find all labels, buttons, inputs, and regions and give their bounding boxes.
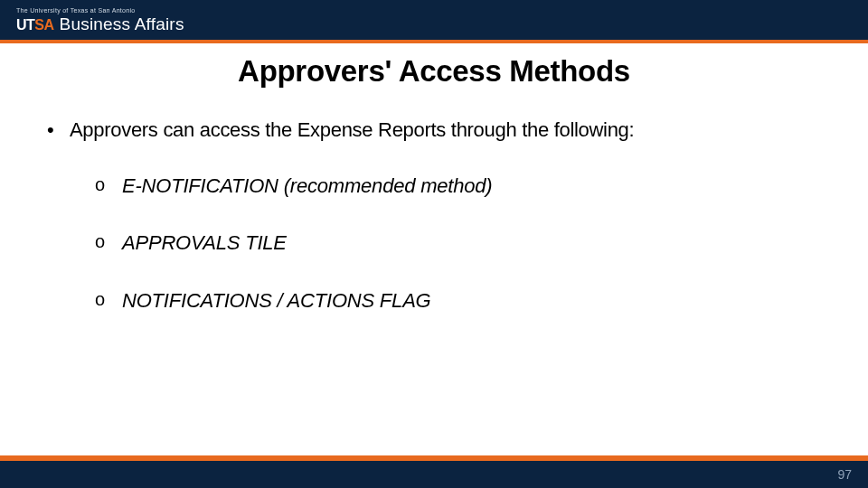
method-item: E-NOTIFICATION (recommended method) (95, 174, 830, 199)
intro-bullet: Approvers can access the Expense Reports… (38, 117, 830, 313)
bullet-list-level1: Approvers can access the Expense Reports… (38, 117, 830, 313)
method-text: NOTIFICATIONS / ACTIONS FLAG (122, 289, 431, 312)
utsa-mark-white: UT (16, 17, 34, 33)
page-number: 97 (837, 467, 852, 482)
method-text: E-NOTIFICATION (recommended method) (122, 174, 492, 197)
bullet-list-level2: E-NOTIFICATION (recommended method) APPR… (70, 174, 830, 314)
utsa-mark-orange: SA (34, 17, 53, 33)
content-area: Approvers can access the Expense Reports… (0, 89, 868, 313)
slide-title: Approvers' Access Methods (0, 54, 868, 89)
intro-text: Approvers can access the Expense Reports… (70, 118, 634, 141)
method-item: APPROVALS TILE (95, 230, 830, 256)
institution-name: The University of Texas at San Antonio (16, 7, 184, 14)
logo-bottom-row: UTSA Business Affairs (16, 15, 184, 33)
footer-bar: 97 (0, 461, 868, 488)
method-text: APPROVALS TILE (122, 231, 287, 254)
footer: 97 (0, 455, 868, 488)
method-item: NOTIFICATIONS / ACTIONS FLAG (95, 288, 830, 314)
header-accent-rule (0, 40, 868, 43)
slide: The University of Texas at San Antonio U… (0, 0, 868, 488)
department-name: Business Affairs (60, 15, 184, 33)
logo: The University of Texas at San Antonio U… (16, 7, 184, 33)
header-bar: The University of Texas at San Antonio U… (0, 0, 868, 40)
utsa-mark: UTSA (16, 18, 54, 33)
